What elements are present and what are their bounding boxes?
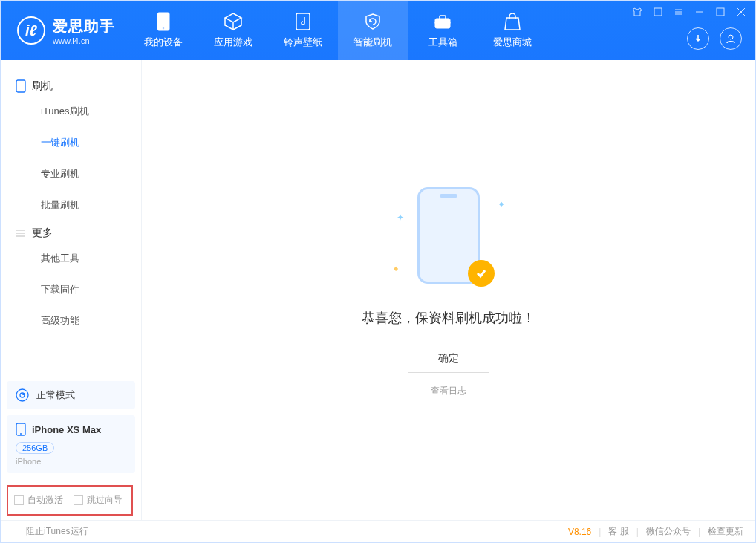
bag-icon bbox=[503, 12, 522, 31]
sparkle-icon: ◆ bbox=[499, 201, 504, 207]
nav-apps[interactable]: 应用游戏 bbox=[198, 1, 268, 60]
checkbox-block-itunes[interactable]: 阻止iTunes运行 bbox=[13, 525, 88, 538]
toolbox-icon bbox=[433, 12, 452, 31]
sidebar-item-advanced[interactable]: 高级功能 bbox=[1, 305, 141, 336]
nav-label: 智能刷机 bbox=[353, 36, 392, 49]
minimize-icon[interactable] bbox=[694, 7, 705, 20]
main-content: ✦ ◆ ◆ 恭喜您，保资料刷机成功啦！ 确定 查看日志 bbox=[142, 60, 755, 520]
svg-point-1 bbox=[163, 27, 164, 29]
svg-rect-5 bbox=[435, 22, 450, 23]
wechat-link[interactable]: 微信公众号 bbox=[646, 525, 691, 538]
app-header: iℓ 爱思助手 www.i4.cn 我的设备 应用游戏 铃声壁纸 智能刷机 工具… bbox=[1, 1, 755, 60]
device-status: 正常模式 bbox=[7, 381, 135, 409]
view-log-link[interactable]: 查看日志 bbox=[431, 385, 466, 397]
checkbox-skip-wizard[interactable]: 跳过向导 bbox=[74, 494, 123, 507]
skin-icon[interactable] bbox=[653, 7, 663, 20]
nav-label: 铃声壁纸 bbox=[284, 36, 322, 49]
group-label: 更多 bbox=[32, 227, 53, 240]
device-type: iPhone bbox=[16, 457, 126, 466]
phone-small-icon bbox=[16, 79, 26, 93]
phone-icon bbox=[154, 12, 173, 31]
sidebar-item-firmware[interactable]: 下载固件 bbox=[1, 274, 141, 305]
music-icon bbox=[293, 12, 313, 31]
sidebar-item-itunes[interactable]: iTunes刷机 bbox=[1, 96, 141, 127]
app-title: 爱思助手 bbox=[53, 16, 115, 36]
svg-rect-6 bbox=[654, 8, 662, 16]
check-update-link[interactable]: 检查更新 bbox=[708, 525, 743, 538]
flash-options: 自动激活 跳过向导 bbox=[7, 485, 133, 516]
shirt-icon[interactable] bbox=[632, 7, 642, 20]
logo-icon: iℓ bbox=[17, 16, 45, 45]
nav-label: 我的设备 bbox=[144, 36, 183, 49]
sidebar-item-pro[interactable]: 专业刷机 bbox=[1, 158, 141, 189]
nav-label: 爱思商城 bbox=[493, 36, 532, 49]
device-card[interactable]: iPhone XS Max 256GB iPhone bbox=[7, 415, 135, 473]
nav-label: 应用游戏 bbox=[214, 36, 252, 49]
menu-icon[interactable] bbox=[674, 7, 684, 20]
maximize-icon[interactable] bbox=[715, 7, 726, 20]
checkbox-auto-activate[interactable]: 自动激活 bbox=[14, 494, 63, 507]
app-subtitle: www.i4.cn bbox=[53, 36, 115, 45]
download-button[interactable] bbox=[687, 27, 709, 50]
device-name: iPhone XS Max bbox=[32, 424, 101, 435]
nav-store[interactable]: 爱思商城 bbox=[478, 1, 547, 60]
refresh-shield-icon bbox=[363, 12, 382, 31]
nav-label: 工具箱 bbox=[428, 36, 457, 49]
nav-device[interactable]: 我的设备 bbox=[128, 1, 198, 60]
user-button[interactable] bbox=[720, 27, 742, 50]
sparkle-icon: ✦ bbox=[397, 212, 404, 223]
success-check-icon bbox=[468, 260, 495, 287]
close-icon[interactable] bbox=[736, 7, 746, 20]
sidebar-group-flash: 刷机 bbox=[1, 74, 141, 96]
top-nav: 我的设备 应用游戏 铃声壁纸 智能刷机 工具箱 爱思商城 bbox=[128, 1, 547, 60]
sidebar: 刷机 iTunes刷机 一键刷机 专业刷机 批量刷机 更多 其他工具 下载固件 … bbox=[1, 60, 142, 520]
version-label: V8.16 bbox=[568, 527, 591, 537]
customer-service-link[interactable]: 客 服 bbox=[608, 525, 628, 538]
group-label: 刷机 bbox=[32, 79, 53, 93]
sidebar-group-more: 更多 bbox=[1, 221, 141, 243]
svg-point-14 bbox=[729, 35, 733, 39]
sync-icon bbox=[16, 388, 29, 402]
logo: iℓ 爱思助手 www.i4.cn bbox=[1, 1, 128, 60]
success-message: 恭喜您，保资料刷机成功啦！ bbox=[362, 309, 535, 327]
success-illustration: ✦ ◆ ◆ bbox=[389, 183, 508, 294]
status-label: 正常模式 bbox=[36, 388, 75, 402]
device-capacity: 256GB bbox=[16, 442, 54, 454]
svg-point-19 bbox=[16, 389, 28, 401]
svg-rect-11 bbox=[717, 8, 724, 16]
ok-button[interactable]: 确定 bbox=[408, 345, 489, 373]
svg-rect-15 bbox=[16, 80, 25, 92]
sidebar-item-other[interactable]: 其他工具 bbox=[1, 243, 141, 274]
sidebar-item-onekey[interactable]: 一键刷机 bbox=[1, 127, 141, 158]
nav-ringtone[interactable]: 铃声壁纸 bbox=[268, 1, 338, 60]
status-bar: 阻止iTunes运行 V8.16 | 客 服 | 微信公众号 | 检查更新 bbox=[1, 520, 755, 542]
window-controls bbox=[632, 7, 746, 20]
sidebar-item-batch[interactable]: 批量刷机 bbox=[1, 189, 141, 221]
device-icon bbox=[16, 423, 26, 436]
cube-icon bbox=[224, 12, 243, 31]
sparkle-icon: ◆ bbox=[394, 265, 398, 272]
svg-rect-4 bbox=[440, 16, 446, 19]
list-icon bbox=[16, 228, 26, 238]
nav-flash[interactable]: 智能刷机 bbox=[338, 1, 408, 60]
nav-tools[interactable]: 工具箱 bbox=[408, 1, 478, 60]
svg-point-21 bbox=[20, 433, 22, 435]
